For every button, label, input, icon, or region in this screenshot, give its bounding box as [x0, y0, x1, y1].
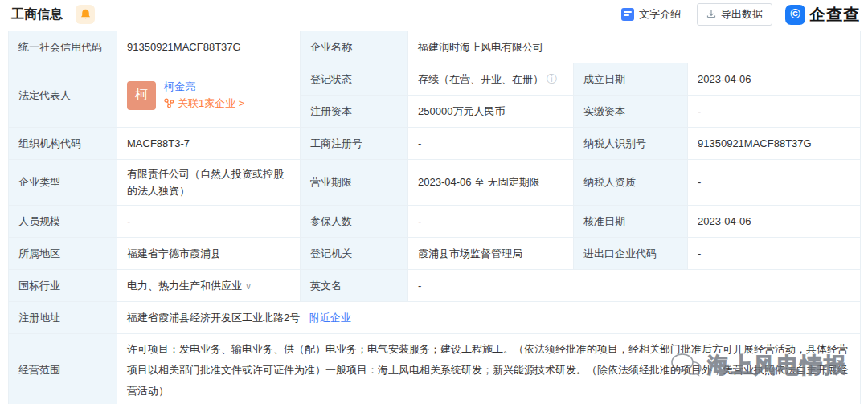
field-label-reg-authority: 登记机关: [301, 238, 408, 270]
field-value-est-date: 2023-04-06: [688, 63, 861, 96]
field-value-biz-reg-no: -: [408, 128, 574, 160]
text-intro-label: 文字介绍: [639, 7, 681, 22]
export-data-button[interactable]: 导出数据: [697, 3, 772, 26]
avatar[interactable]: 柯: [127, 81, 156, 110]
field-label-biz-term: 营业期限: [301, 160, 408, 206]
field-value-taxpayer-qual: -: [688, 160, 861, 206]
field-label-org-code: 组织机构代码: [9, 128, 117, 160]
field-label-import-export: 进出口企业代码: [574, 238, 688, 270]
related-company-icon: [164, 98, 174, 108]
field-value-staff-size: -: [117, 206, 301, 238]
bell-button[interactable]: [76, 5, 95, 24]
field-value-scope: 许可项目：发电业务、输电业务、供（配）电业务；电气安装服务；建设工程施工。（依法…: [117, 334, 861, 404]
field-label-paid-capital: 实缴资本: [574, 96, 688, 128]
text-intro-button[interactable]: 文字介绍: [621, 7, 681, 22]
field-value-region: 福建省宁德市霞浦县: [117, 238, 301, 270]
table-row: 法定代表人 柯 柯金亮 关联1家企业 >: [9, 63, 861, 96]
field-value-reg-status: 存续（在营、开业、在册）ⓘ: [408, 63, 574, 96]
field-label-approval-date: 核准日期: [574, 206, 688, 238]
info-icon[interactable]: ⓘ: [547, 73, 557, 85]
bell-icon: [80, 9, 91, 20]
field-label-industry: 国标行业: [9, 270, 117, 302]
field-value-reg-capital: 250000万元人民币: [408, 96, 574, 128]
page-title: 工商信息: [11, 6, 63, 23]
field-value-approval-date: 2023-04-06: [688, 206, 861, 238]
related-companies-link[interactable]: 关联1家企业 >: [164, 96, 244, 111]
field-value-taxpayer-id: 91350921MACF88T37G: [688, 128, 861, 160]
field-label-taxpayer-id: 纳税人识别号: [574, 128, 688, 160]
field-label-staff-size: 人员规模: [9, 206, 117, 238]
related-companies-label: 关联1家企业 >: [178, 96, 244, 111]
legal-rep-links: 柯金亮 关联1家企业 >: [164, 80, 244, 110]
table-row: 组织机构代码 MACF88T3-7 工商注册号 - 纳税人识别号 9135092…: [9, 128, 861, 160]
field-value-reg-authority: 霞浦县市场监督管理局: [408, 238, 574, 270]
business-info-table: 统一社会信用代码 91350921MACF88T37G 企业名称 福建润时海上风…: [8, 31, 861, 404]
address-text: 福建省霞浦县经济开发区工业北路2号: [127, 312, 300, 324]
field-value-address: 福建省霞浦县经济开发区工业北路2号 附近企业: [117, 302, 861, 334]
field-value-company-name: 福建润时海上风电有限公司: [408, 31, 861, 63]
field-value-legal-rep: 柯 柯金亮 关联1家企业 >: [117, 63, 301, 128]
field-value-biz-term: 2023-04-06 至 无固定期限: [408, 160, 574, 206]
table-row: 统一社会信用代码 91350921MACF88T37G 企业名称 福建润时海上风…: [9, 31, 861, 63]
field-label-credit-code: 统一社会信用代码: [9, 31, 117, 63]
field-label-reg-capital: 注册资本: [301, 96, 408, 128]
field-value-insured: -: [408, 206, 574, 238]
field-label-address: 注册地址: [9, 302, 117, 334]
field-value-import-export: -: [688, 238, 861, 270]
table-row: 经营范围 许可项目：发电业务、输电业务、供（配）电业务；电气安装服务；建设工程施…: [9, 334, 861, 404]
field-label-company-name: 企业名称: [301, 31, 408, 63]
table-row: 企业类型 有限责任公司（自然人投资或控股的法人独资） 营业期限 2023-04-…: [9, 160, 861, 206]
table-row: 注册地址 福建省霞浦县经济开发区工业北路2号 附近企业: [9, 302, 861, 334]
field-value-credit-code: 91350921MACF88T37G: [117, 31, 301, 63]
table-row: 人员规模 - 参保人数 - 核准日期 2023-04-06: [9, 206, 861, 238]
field-label-taxpayer-qual: 纳税人资质: [574, 160, 688, 206]
field-value-english-name: -: [408, 270, 861, 302]
legal-rep-card: 柯 柯金亮 关联1家企业 >: [127, 80, 290, 110]
field-label-biz-reg-no: 工商注册号: [301, 128, 408, 160]
export-data-label: 导出数据: [721, 7, 763, 22]
reg-status-text: 存续（在营、开业、在册）: [418, 73, 543, 85]
field-label-legal-rep: 法定代表人: [9, 63, 117, 128]
field-value-industry: 电力、热力生产和供应业∨: [117, 270, 301, 302]
field-value-paid-capital: -: [688, 96, 861, 128]
legal-rep-name-link[interactable]: 柯金亮: [164, 80, 244, 94]
brand-logo[interactable]: © 企查查: [785, 4, 860, 26]
document-icon: [621, 8, 634, 21]
field-label-insured: 参保人数: [301, 206, 408, 238]
toolbar: 工商信息 文字介绍 导出数据 © 企查查: [0, 0, 868, 29]
brand-name: 企查查: [809, 4, 860, 26]
field-label-reg-status: 登记状态: [301, 63, 408, 96]
field-label-scope: 经营范围: [9, 334, 117, 404]
field-value-org-code: MACF88T3-7: [117, 128, 301, 160]
chevron-down-icon[interactable]: ∨: [245, 281, 252, 291]
nearby-companies-link[interactable]: 附近企业: [309, 312, 351, 324]
industry-text: 电力、热力生产和供应业: [127, 280, 242, 292]
field-label-company-type: 企业类型: [9, 160, 117, 206]
qichacha-icon: ©: [785, 5, 805, 25]
field-label-est-date: 成立日期: [574, 63, 688, 96]
field-label-region: 所属地区: [9, 238, 117, 270]
download-icon: [706, 10, 716, 19]
field-label-english-name: 英文名: [301, 270, 408, 302]
field-value-company-type: 有限责任公司（自然人投资或控股的法人独资）: [117, 160, 301, 206]
table-row: 所属地区 福建省宁德市霞浦县 登记机关 霞浦县市场监督管理局 进出口企业代码 -: [9, 238, 861, 270]
table-row: 国标行业 电力、热力生产和供应业∨ 英文名 -: [9, 270, 861, 302]
